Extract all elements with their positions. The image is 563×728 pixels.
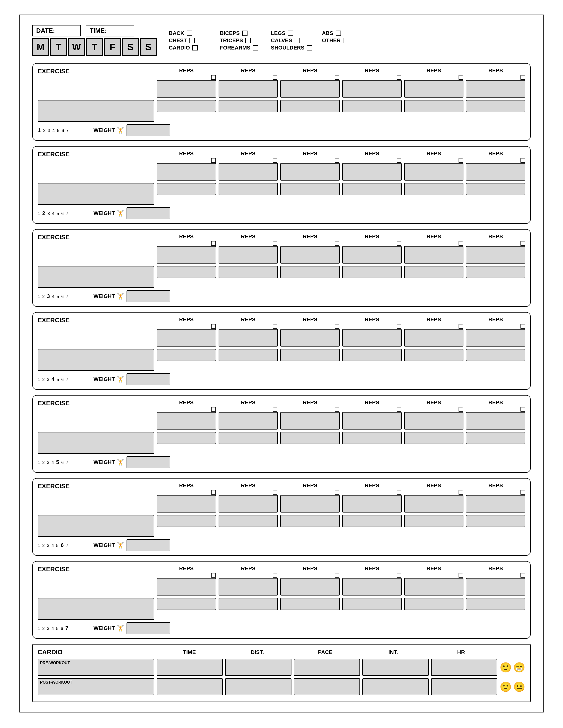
weight1-1[interactable] bbox=[157, 100, 216, 112]
reps6-3-input[interactable] bbox=[280, 495, 340, 513]
reps4-2-input[interactable] bbox=[218, 329, 278, 347]
reps6-3-check[interactable] bbox=[335, 490, 339, 495]
reps6-1-input[interactable] bbox=[157, 495, 216, 513]
weight5-main[interactable] bbox=[126, 456, 170, 468]
weight6-4[interactable] bbox=[342, 515, 402, 527]
reps3-4-input[interactable] bbox=[342, 246, 402, 264]
day-tuesday[interactable]: T bbox=[50, 38, 67, 56]
weight1-3[interactable] bbox=[280, 100, 340, 112]
reps7-2-check[interactable] bbox=[273, 573, 277, 578]
day-friday[interactable]: F bbox=[104, 38, 121, 56]
cardio-pre-time[interactable] bbox=[157, 659, 223, 676]
reps1-4-input[interactable] bbox=[342, 80, 402, 98]
reps2-1-input[interactable] bbox=[157, 163, 216, 181]
reps6-1-check[interactable] bbox=[211, 490, 216, 495]
reps5-5-check[interactable] bbox=[459, 407, 463, 412]
reps5-4-input[interactable] bbox=[342, 412, 402, 430]
reps4-5-input[interactable] bbox=[404, 329, 464, 347]
weight3-main[interactable] bbox=[126, 290, 170, 302]
reps6-4-input[interactable] bbox=[342, 495, 402, 513]
weight7-2[interactable] bbox=[218, 598, 278, 610]
cardio-pre-desc[interactable]: PRE-WORKOUT bbox=[38, 659, 154, 676]
cardio-post-dist[interactable] bbox=[225, 678, 291, 695]
reps2-1-check[interactable] bbox=[211, 158, 216, 163]
weight7-main[interactable] bbox=[126, 622, 170, 634]
cardio-post-int[interactable] bbox=[362, 678, 429, 695]
weight5-4[interactable] bbox=[342, 432, 402, 444]
reps5-6-check[interactable] bbox=[521, 407, 525, 412]
chest-checkbox[interactable] bbox=[189, 38, 195, 43]
reps7-6-check[interactable] bbox=[521, 573, 525, 578]
weight5-2[interactable] bbox=[218, 432, 278, 444]
reps7-1-check[interactable] bbox=[211, 573, 216, 578]
reps6-6-input[interactable] bbox=[466, 495, 525, 513]
reps6-6-check[interactable] bbox=[521, 490, 525, 495]
weight7-5[interactable] bbox=[404, 598, 464, 610]
reps3-3-input[interactable] bbox=[280, 246, 340, 264]
reps1-1-check[interactable] bbox=[211, 75, 216, 80]
exercise-1-name-box[interactable] bbox=[38, 100, 154, 122]
reps1-2-input[interactable] bbox=[218, 80, 278, 98]
cardio-pre-dist[interactable] bbox=[225, 659, 291, 676]
weight4-1[interactable] bbox=[157, 349, 216, 361]
weight7-1[interactable] bbox=[157, 598, 216, 610]
mood-grin-icon[interactable]: 😁 bbox=[513, 662, 525, 673]
reps1-6-input[interactable] bbox=[466, 80, 525, 98]
weight3-2[interactable] bbox=[218, 266, 278, 278]
reps1-3-input[interactable] bbox=[280, 80, 340, 98]
reps7-2-input[interactable] bbox=[218, 578, 278, 596]
day-sunday[interactable]: S bbox=[140, 38, 157, 56]
mood-smile-icon[interactable]: 🙂 bbox=[500, 662, 512, 673]
reps4-3-check[interactable] bbox=[335, 324, 339, 329]
cardio-pre-pace[interactable] bbox=[294, 659, 360, 676]
weight1-4[interactable] bbox=[342, 100, 402, 112]
reps4-3-input[interactable] bbox=[280, 329, 340, 347]
reps6-2-check[interactable] bbox=[273, 490, 277, 495]
weight3-1[interactable] bbox=[157, 266, 216, 278]
mood-neutral-icon[interactable]: 😐 bbox=[513, 681, 525, 693]
weight6-1[interactable] bbox=[157, 515, 216, 527]
reps2-3-check[interactable] bbox=[335, 158, 339, 163]
weight7-4[interactable] bbox=[342, 598, 402, 610]
weight2-6[interactable] bbox=[466, 183, 525, 195]
reps3-1-input[interactable] bbox=[157, 246, 216, 264]
weight2-3[interactable] bbox=[280, 183, 340, 195]
reps6-5-check[interactable] bbox=[459, 490, 463, 495]
weight3-3[interactable] bbox=[280, 266, 340, 278]
weight5-5[interactable] bbox=[404, 432, 464, 444]
reps4-6-check[interactable] bbox=[521, 324, 525, 329]
reps1-4-check[interactable] bbox=[397, 75, 401, 80]
weight2-1[interactable] bbox=[157, 183, 216, 195]
reps7-1-input[interactable] bbox=[157, 578, 216, 596]
reps1-2-check[interactable] bbox=[273, 75, 277, 80]
reps7-4-input[interactable] bbox=[342, 578, 402, 596]
reps4-4-check[interactable] bbox=[397, 324, 401, 329]
weight1-2[interactable] bbox=[218, 100, 278, 112]
weight3-4[interactable] bbox=[342, 266, 402, 278]
reps7-4-check[interactable] bbox=[397, 573, 401, 578]
reps3-1-check[interactable] bbox=[211, 241, 216, 246]
weight4-5[interactable] bbox=[404, 349, 464, 361]
exercise-3-name-box[interactable] bbox=[38, 266, 154, 288]
reps5-3-check[interactable] bbox=[335, 407, 339, 412]
reps4-1-input[interactable] bbox=[157, 329, 216, 347]
reps5-1-check[interactable] bbox=[211, 407, 216, 412]
abs-checkbox[interactable] bbox=[336, 31, 341, 36]
weight6-6[interactable] bbox=[466, 515, 525, 527]
forearms-checkbox[interactable] bbox=[253, 45, 258, 50]
weight1-main[interactable] bbox=[126, 124, 170, 136]
exercise-2-name-box[interactable] bbox=[38, 183, 154, 205]
cardio-pre-hr[interactable] bbox=[431, 659, 497, 676]
reps4-1-check[interactable] bbox=[211, 324, 216, 329]
weight2-5[interactable] bbox=[404, 183, 464, 195]
day-monday[interactable]: M bbox=[32, 38, 49, 56]
calves-checkbox[interactable] bbox=[295, 38, 300, 43]
day-wednesday[interactable]: W bbox=[68, 38, 85, 56]
day-saturday[interactable]: S bbox=[122, 38, 139, 56]
weight4-4[interactable] bbox=[342, 349, 402, 361]
weight6-2[interactable] bbox=[218, 515, 278, 527]
reps3-3-check[interactable] bbox=[335, 241, 339, 246]
day-thursday[interactable]: T bbox=[86, 38, 103, 56]
reps1-1-input[interactable] bbox=[157, 80, 216, 98]
weight7-6[interactable] bbox=[466, 598, 525, 610]
